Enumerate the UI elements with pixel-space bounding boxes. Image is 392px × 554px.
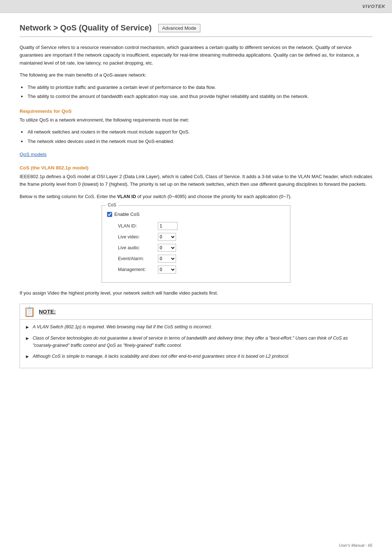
note-arrow-1: ►: [25, 324, 30, 331]
footer-text: User's Manual - 65: [339, 543, 372, 547]
note-text-2: Class of Service technologies do not gua…: [33, 335, 367, 349]
note-body: ► A VLAN Switch (802.1p) is required. We…: [20, 320, 372, 368]
page-footer: User's Manual - 65: [339, 543, 372, 547]
note-text-1: A VLAN Switch (802.1p) is required. Web …: [33, 323, 367, 331]
note-arrow-3: ►: [25, 353, 30, 361]
note-item-3: ► Although CoS is simple to manage, it l…: [25, 353, 367, 361]
requirements-bullets: All network switches and routers in the …: [20, 128, 372, 145]
cos-enable-label: Enable CoS: [114, 212, 139, 217]
note-item-1: ► A VLAN Switch (802.1p) is required. We…: [25, 323, 367, 331]
cos-live-video-select[interactable]: 0123 4567: [158, 233, 176, 241]
cos-after-text: If you assign Video the highest priority…: [20, 289, 372, 297]
req-bullet-2: The network video devices used in the ne…: [21, 138, 372, 145]
cos-paragraph-1: IEEE802.1p defines a QoS model at OSI La…: [20, 173, 372, 188]
page-title-row: Network > QoS (Quality of Service) Advan…: [20, 23, 372, 37]
top-bar: VIVOTEK: [0, 0, 392, 13]
note-icon: 📋: [24, 307, 35, 316]
cos-box-wrapper: CoS Enable CoS VLAN ID: Live video: 0123…: [20, 205, 372, 283]
cos-live-audio-select[interactable]: 0123 4567: [158, 244, 176, 252]
cos-live-audio-row: Live audio: 0123 4567: [107, 244, 283, 252]
note-text-3: Although CoS is simple to manage, it lac…: [33, 353, 367, 361]
cos-enable-row: Enable CoS: [107, 212, 283, 217]
intro-bullet-1: The ability to prioritize traffic and gu…: [21, 83, 372, 91]
cos-box-label: CoS: [106, 202, 118, 208]
cos-management-row: Management: 0123 4567: [107, 266, 283, 274]
cos-vlan-id-row: VLAN ID:: [107, 222, 283, 230]
advanced-mode-badge: Advanced Mode: [158, 24, 200, 32]
intro-paragraph-2: The following are the main benefits of a…: [20, 71, 372, 79]
cos-paragraph-2: Below is the setting column for CoS. Ent…: [20, 193, 372, 200]
req-bullet-1: All network switches and routers in the …: [21, 128, 372, 136]
cos-management-select[interactable]: 0123 4567: [158, 266, 176, 274]
note-item-2: ► Class of Service technologies do not g…: [25, 335, 367, 349]
cos-event-alarm-row: Event/Alarm: 0123 4567: [107, 255, 283, 263]
cos-vlan-id-label: VLAN ID:: [118, 223, 158, 229]
cos-live-video-row: Live video: 0123 4567: [107, 233, 283, 241]
cos-live-video-label: Live video:: [118, 234, 158, 239]
cos-management-label: Management:: [118, 267, 158, 272]
intro-paragraph-1: Quality of Service refers to a resource …: [20, 44, 372, 67]
cos-box: CoS Enable CoS VLAN ID: Live video: 0123…: [102, 205, 290, 283]
cos-vlan-id-input[interactable]: [158, 222, 177, 230]
cos-event-alarm-label: Event/Alarm:: [118, 256, 158, 261]
brand-name: VIVOTEK: [362, 4, 385, 9]
cos-live-audio-label: Live audio:: [118, 245, 158, 250]
cos-heading: CoS (the VLAN 802.1p model): [20, 165, 372, 171]
note-box: 📋 NOTE: ► A VLAN Switch (802.1p) is requ…: [20, 304, 372, 369]
note-arrow-2: ►: [25, 335, 30, 349]
cos-event-alarm-select[interactable]: 0123 4567: [158, 255, 176, 263]
note-header: 📋 NOTE:: [20, 304, 372, 320]
requirements-intro: To utilize QoS in a network environment,…: [20, 116, 372, 124]
qos-models-link[interactable]: QoS models: [20, 152, 372, 157]
note-title: NOTE:: [39, 308, 56, 315]
cos-enable-checkbox[interactable]: [107, 212, 112, 217]
main-content: Network > QoS (Quality of Service) Advan…: [0, 13, 392, 383]
page-title: Network > QoS (Quality of Service): [20, 23, 152, 33]
intro-bullets: The ability to prioritize traffic and gu…: [20, 83, 372, 100]
intro-bullet-2: The ability to control the amount of ban…: [21, 93, 372, 100]
requirements-heading: Requirements for QoS: [20, 108, 372, 114]
